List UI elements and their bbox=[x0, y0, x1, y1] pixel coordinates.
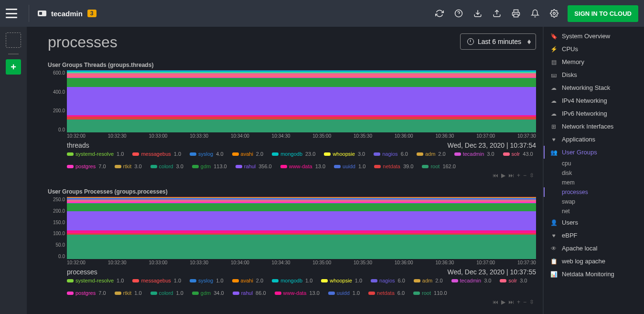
legend-value: 2.0 bbox=[438, 151, 445, 157]
legend-item-netdata[interactable]: netdata6.0 bbox=[368, 290, 405, 296]
nav-sub-mem[interactable]: mem bbox=[544, 178, 644, 187]
legend-value: 2.0 bbox=[435, 278, 442, 283]
legend-item-syslog[interactable]: syslog1.0 bbox=[190, 278, 223, 283]
nav-item-disks[interactable]: 🖴Disks bbox=[544, 68, 644, 81]
nav-item-ipv6-networking[interactable]: ☁IPv6 Networking bbox=[544, 107, 644, 120]
sign-in-button[interactable]: SIGN IN TO CLOUD bbox=[568, 5, 638, 22]
legend-item-gdm[interactable]: gdm113.0 bbox=[192, 163, 227, 169]
alerts-badge[interactable]: 3 bbox=[87, 10, 97, 17]
legend-item-colord[interactable]: colord1.0 bbox=[150, 290, 183, 296]
legend-item-solr[interactable]: solr3.0 bbox=[500, 278, 527, 283]
chart-control-btn[interactable]: − bbox=[523, 172, 526, 179]
y-axis: 250.0200.0150.0100.050.00.0 bbox=[48, 197, 67, 259]
chart-plot[interactable] bbox=[67, 197, 536, 259]
nav-item-user-groups[interactable]: 👥User Groups bbox=[544, 146, 644, 159]
chart-control-btn[interactable]: ⇳ bbox=[529, 172, 534, 179]
chart-control-btn[interactable]: ▶ bbox=[501, 172, 505, 179]
legend-item-systemd-resolve[interactable]: systemd-resolve1.0 bbox=[67, 278, 124, 283]
nav-sub-swap[interactable]: swap bbox=[544, 197, 644, 206]
chart-control-btn[interactable]: ⏭ bbox=[508, 172, 514, 179]
legend-item-rtkit[interactable]: rtkit1.0 bbox=[115, 290, 142, 296]
swatch bbox=[67, 292, 74, 295]
legend-item-systemd-resolve[interactable]: systemd-resolve1.0 bbox=[67, 151, 124, 157]
chart-control-btn[interactable]: − bbox=[523, 299, 526, 305]
chart-control-btn[interactable]: ▶ bbox=[501, 299, 505, 305]
legend-item-adm[interactable]: adm2.0 bbox=[417, 151, 446, 157]
chart-control-btn[interactable]: ⏮ bbox=[493, 299, 498, 305]
legend-item-netdata[interactable]: netdata39.0 bbox=[374, 163, 413, 169]
time-range-picker[interactable]: Last 6 minutes bbox=[460, 33, 536, 50]
legend-item-postgres[interactable]: postgres7.0 bbox=[67, 163, 106, 169]
hamburger-menu-icon[interactable] bbox=[6, 9, 17, 18]
legend-item-nagios[interactable]: nagios6.0 bbox=[371, 278, 405, 283]
bell-icon[interactable] bbox=[526, 4, 545, 23]
legend-item-uuidd[interactable]: uuidd1.0 bbox=[328, 290, 360, 296]
legend-item-www-data[interactable]: www-data13.0 bbox=[280, 163, 325, 169]
legend-item-whoopsie[interactable]: whoopsie3.0 bbox=[324, 151, 365, 157]
legend-item-nagios[interactable]: nagios6.0 bbox=[374, 151, 408, 157]
nav-sub-net[interactable]: net bbox=[544, 206, 644, 216]
upload-icon[interactable] bbox=[487, 4, 506, 23]
legend-value: 6.0 bbox=[401, 151, 408, 157]
refresh-icon[interactable] bbox=[430, 4, 449, 23]
legend-item-gdm[interactable]: gdm34.0 bbox=[192, 290, 224, 296]
nav-item-ipv4-networking[interactable]: ☁IPv4 Networking bbox=[544, 94, 644, 107]
legend-item-root[interactable]: root110.0 bbox=[413, 290, 447, 296]
legend-item-rahul[interactable]: rahul356.0 bbox=[236, 163, 272, 169]
legend-item-solr[interactable]: solr43.0 bbox=[503, 151, 533, 157]
nav-item-memory[interactable]: ▤Memory bbox=[544, 55, 644, 68]
legend-item-www-data[interactable]: www-data13.0 bbox=[275, 290, 320, 296]
nav-item-ebpf[interactable]: ♥eBPF bbox=[544, 229, 644, 242]
nav-item-users[interactable]: 👤Users bbox=[544, 216, 644, 229]
legend-item-rtkit[interactable]: rtkit3.0 bbox=[115, 163, 142, 169]
chart-control-btn[interactable]: + bbox=[517, 172, 520, 179]
nav-item-system-overview[interactable]: 🔖System Overview bbox=[544, 30, 644, 43]
chart-control-btn[interactable]: ⏭ bbox=[508, 299, 514, 305]
add-button[interactable]: + bbox=[6, 59, 21, 75]
help-icon[interactable] bbox=[449, 4, 468, 23]
chart-control-btn[interactable]: + bbox=[517, 299, 520, 305]
chart-control-btn[interactable]: ⏮ bbox=[493, 172, 498, 179]
legend-item-avahi[interactable]: avahi2.0 bbox=[232, 151, 264, 157]
legend-value: 2.0 bbox=[256, 151, 263, 157]
legend-item-mongodb[interactable]: mongodb1.0 bbox=[272, 278, 312, 283]
legend-item-avahi[interactable]: avahi2.0 bbox=[232, 278, 264, 283]
swatch bbox=[67, 165, 74, 168]
chart-control-btn[interactable]: ⇳ bbox=[529, 299, 534, 305]
legend-item-messagebus[interactable]: messagebus1.0 bbox=[132, 278, 181, 283]
nav-label: IPv4 Networking bbox=[562, 97, 607, 104]
legend-item-postgres[interactable]: postgres7.0 bbox=[67, 290, 106, 296]
legend-item-adm[interactable]: adm2.0 bbox=[414, 278, 443, 283]
legend-item-colord[interactable]: colord3.0 bbox=[150, 163, 183, 169]
legend-item-whoopsie[interactable]: whoopsie1.0 bbox=[321, 278, 362, 283]
legend-item-mongodb[interactable]: mongodb23.0 bbox=[272, 151, 315, 157]
nav-sub-disk[interactable]: disk bbox=[544, 168, 644, 178]
nav-sub-cpu[interactable]: cpu bbox=[544, 159, 644, 168]
legend-item-syslog[interactable]: syslog4.0 bbox=[190, 151, 223, 157]
print-icon[interactable] bbox=[506, 4, 526, 23]
download-icon[interactable] bbox=[468, 4, 487, 23]
nav-label: User Groups bbox=[562, 149, 597, 156]
nav-item-network-interfaces[interactable]: ⊞Network Interfaces bbox=[544, 120, 644, 133]
legend-item-uuidd[interactable]: uuidd1.0 bbox=[334, 163, 365, 169]
nav-sub-processes[interactable]: processes bbox=[544, 187, 644, 197]
legend-item-root[interactable]: root162.0 bbox=[422, 163, 456, 169]
swatch bbox=[232, 152, 239, 156]
nav-item-cpus[interactable]: ⚡CPUs bbox=[544, 43, 644, 55]
nav-item-networking-stack[interactable]: ☁Networking Stack bbox=[544, 81, 644, 94]
legend-item-messagebus[interactable]: messagebus1.0 bbox=[132, 151, 181, 157]
nav-item-netdata-monitoring[interactable]: 📊Netdata Monitoring bbox=[544, 268, 644, 281]
nav-item-applications[interactable]: ♥Applications bbox=[544, 133, 644, 146]
legend-item-tecadmin[interactable]: tecadmin3.0 bbox=[451, 278, 492, 283]
space-placeholder[interactable] bbox=[6, 32, 21, 48]
nav-item-apache-local[interactable]: 👁Apache local bbox=[544, 242, 644, 255]
nav-item-web-log-apache[interactable]: 📋web log apache bbox=[544, 255, 644, 268]
swatch bbox=[190, 279, 196, 282]
chart-plot[interactable] bbox=[67, 70, 536, 132]
swatch bbox=[232, 279, 239, 282]
node-name[interactable]: tecadmin bbox=[51, 10, 83, 18]
legend-item-rahul[interactable]: rahul86.0 bbox=[233, 290, 266, 296]
legend-item-tecadmin[interactable]: tecadmin3.0 bbox=[454, 151, 494, 157]
gear-icon[interactable] bbox=[545, 4, 564, 23]
series-rahul bbox=[67, 87, 536, 115]
